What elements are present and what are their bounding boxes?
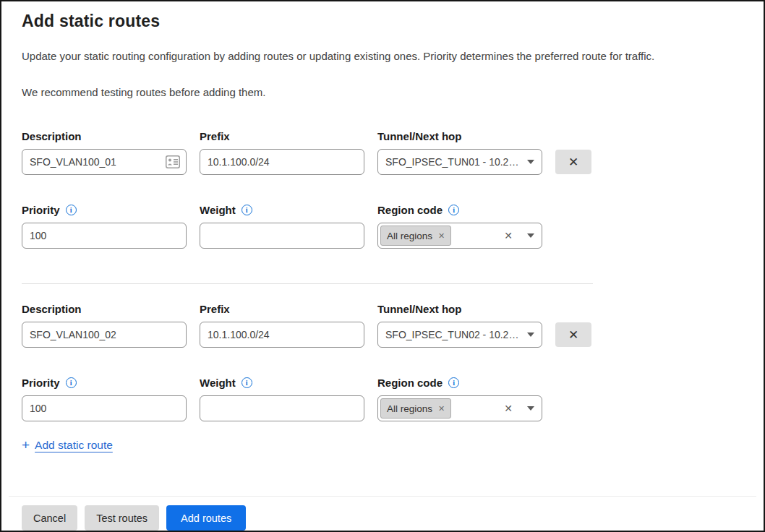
cancel-button[interactable]: Cancel <box>22 505 77 531</box>
region-chip: All regions ✕ <box>380 398 451 419</box>
info-icon[interactable]: i <box>242 205 252 215</box>
plus-icon: + <box>22 437 30 453</box>
region-code-select[interactable]: All regions ✕ ✕ <box>377 395 542 421</box>
priority-label: Priority <box>22 204 60 216</box>
prefix-label: Prefix <box>200 130 230 142</box>
autofill-contact-card-icon[interactable] <box>166 155 180 168</box>
clear-selection-icon[interactable]: ✕ <box>504 230 513 241</box>
route-section-2: Description Prefix Tunnel/Next hop SFO_I… <box>22 301 742 421</box>
section-divider <box>22 283 593 284</box>
route-2-description-field: Description <box>22 301 187 348</box>
prefix-label: Prefix <box>200 303 230 315</box>
tunnel-label: Tunnel/Next hop <box>377 130 461 142</box>
remove-route-button[interactable]: ✕ <box>555 150 591 174</box>
region-chip-label: All regions <box>387 403 432 414</box>
region-chip: All regions ✕ <box>380 226 451 246</box>
route-1-weight-field: Weight i <box>200 202 364 249</box>
route-1-tunnel-field: Tunnel/Next hop SFO_IPSEC_TUN01 - 10.25.… <box>377 129 542 175</box>
remove-tag-icon[interactable]: ✕ <box>438 404 445 413</box>
route-2-priority-field: Priority i <box>22 375 187 421</box>
tunnel-select[interactable]: SFO_IPSEC_TUN02 - 10.25... <box>377 322 542 348</box>
chevron-down-icon <box>527 332 534 337</box>
route-2-region-field: Region code i All regions ✕ ✕ <box>377 375 542 421</box>
info-icon[interactable]: i <box>66 377 77 388</box>
route-1-description-field: Description <box>22 129 187 175</box>
close-icon: ✕ <box>568 327 578 343</box>
dialog-description: Update your static routing configuration… <box>22 49 742 64</box>
tunnel-select-value: SFO_IPSEC_TUN02 - 10.25... <box>385 329 521 340</box>
page-title: Add static routes <box>22 10 742 32</box>
route-1-prefix-field: Prefix <box>200 129 364 175</box>
route-1-region-field: Region code i All regions ✕ ✕ <box>377 202 542 249</box>
chevron-down-icon <box>527 160 534 164</box>
tunnel-select-value: SFO_IPSEC_TUN01 - 10.25... <box>385 156 521 168</box>
priority-input[interactable] <box>22 223 187 249</box>
clear-selection-icon[interactable]: ✕ <box>504 403 513 414</box>
weight-label: Weight <box>200 204 236 216</box>
description-label: Description <box>22 130 82 142</box>
priority-label: Priority <box>22 377 60 389</box>
chevron-down-icon <box>527 233 534 238</box>
info-icon[interactable]: i <box>448 377 459 388</box>
route-2-secondary-row: Priority i Weight i Region code i <box>22 375 742 421</box>
route-2-main-row: Description Prefix Tunnel/Next hop SFO_I… <box>22 301 742 348</box>
priority-input[interactable] <box>22 395 187 421</box>
add-static-routes-dialog: Add static routes Update your static rou… <box>0 0 765 532</box>
tunnel-select[interactable]: SFO_IPSEC_TUN01 - 10.25... <box>377 149 542 175</box>
info-icon[interactable]: i <box>448 205 459 215</box>
route-1-secondary-row: Priority i Weight i Region code i <box>22 202 742 249</box>
info-icon[interactable]: i <box>66 205 77 215</box>
chevron-down-icon <box>527 406 534 411</box>
add-static-route-link[interactable]: + Add static route <box>22 437 113 453</box>
weight-input[interactable] <box>200 223 364 249</box>
region-chip-label: All regions <box>387 231 432 241</box>
close-icon: ✕ <box>568 155 578 170</box>
region-code-label: Region code <box>377 377 443 389</box>
description-label: Description <box>22 303 82 315</box>
remove-route-button[interactable]: ✕ <box>555 322 591 347</box>
remove-tag-icon[interactable]: ✕ <box>438 231 445 241</box>
footer-action-bar: Cancel Test routes Add routes <box>9 496 756 531</box>
route-2-tunnel-field: Tunnel/Next hop SFO_IPSEC_TUN02 - 10.25.… <box>377 301 542 348</box>
route-section-1: Description <box>22 129 742 249</box>
test-routes-button[interactable]: Test routes <box>85 505 159 531</box>
dialog-recommendation: We recommend testing routes before addin… <box>22 85 742 100</box>
weight-input[interactable] <box>200 395 364 421</box>
route-1-main-row: Description <box>22 129 742 175</box>
region-code-select[interactable]: All regions ✕ ✕ <box>377 223 542 249</box>
route-1-priority-field: Priority i <box>22 202 187 249</box>
prefix-input[interactable] <box>200 149 364 175</box>
add-routes-button[interactable]: Add routes <box>166 505 246 531</box>
region-code-label: Region code <box>377 204 443 216</box>
info-icon[interactable]: i <box>242 377 252 388</box>
route-2-prefix-field: Prefix <box>200 301 364 348</box>
weight-label: Weight <box>200 377 236 389</box>
description-input[interactable] <box>22 149 187 175</box>
add-static-route-label: Add static route <box>35 439 113 452</box>
prefix-input[interactable] <box>200 322 364 348</box>
route-2-weight-field: Weight i <box>200 375 364 421</box>
description-input[interactable] <box>22 322 187 348</box>
tunnel-label: Tunnel/Next hop <box>377 303 461 315</box>
